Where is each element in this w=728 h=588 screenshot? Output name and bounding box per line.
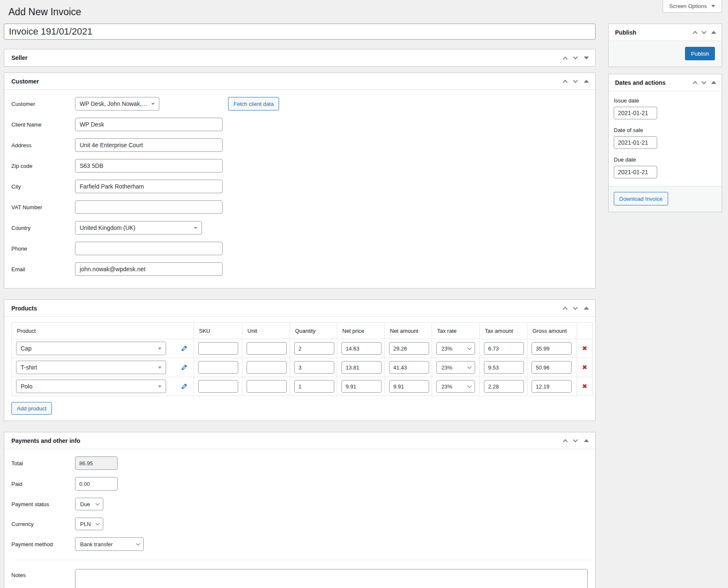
publish-panel-body: Publish (609, 41, 722, 67)
chevron-down-icon (573, 54, 578, 59)
add-product-button[interactable]: Add product (11, 402, 52, 415)
download-invoice-button[interactable]: Download Invoice (614, 192, 668, 205)
unit-field[interactable] (247, 342, 287, 355)
chevron-up-icon (693, 81, 697, 86)
due-date-field[interactable] (614, 166, 657, 178)
sku-field[interactable] (198, 380, 238, 393)
tax-rate-select[interactable]: 23% (436, 342, 475, 355)
publish-panel-header[interactable]: Publish (609, 24, 722, 41)
chevron-down-icon (573, 78, 578, 83)
toggle-panel-button[interactable] (584, 80, 589, 83)
toggle-panel-button[interactable] (711, 81, 716, 84)
net-amount-field[interactable] (389, 380, 429, 393)
tax-amount-field[interactable] (484, 342, 524, 355)
net-amount-field[interactable] (389, 361, 429, 374)
city-field[interactable] (75, 180, 223, 193)
product-row: Polo (12, 377, 593, 396)
edit-pencil-icon[interactable] (180, 345, 188, 352)
paid-field[interactable] (75, 477, 118, 491)
invoice-title-input[interactable] (4, 24, 596, 40)
client-name-field[interactable] (75, 118, 223, 131)
customer-select[interactable]: WP Desk, John Nowak, J... (75, 97, 159, 111)
publish-button[interactable]: Publish (685, 47, 715, 60)
vat-number-field[interactable] (75, 200, 223, 214)
address-field[interactable] (75, 138, 223, 152)
fetch-client-data-button[interactable]: Fetch client data (228, 97, 279, 111)
move-down-button[interactable] (702, 80, 706, 85)
move-down-button[interactable] (702, 30, 706, 35)
triangle-up-icon (711, 81, 716, 84)
gross-amount-field[interactable] (532, 361, 572, 374)
move-up-button[interactable] (564, 55, 567, 61)
sku-field[interactable] (198, 361, 238, 374)
move-up-button[interactable] (693, 30, 697, 35)
chevron-up-icon (693, 31, 697, 35)
tax-rate-select[interactable]: 23% (436, 361, 475, 374)
net-price-field[interactable] (341, 361, 381, 374)
tax-amount-field[interactable] (484, 361, 524, 374)
date-of-sale-field[interactable] (614, 136, 657, 149)
move-up-button[interactable] (693, 80, 697, 85)
quantity-field[interactable] (294, 380, 334, 393)
chevron-down-icon (151, 103, 155, 105)
chevron-down-icon (194, 227, 197, 229)
seller-panel-header[interactable]: Seller (4, 49, 595, 66)
product-select[interactable]: Cap (16, 342, 166, 355)
move-down-button[interactable] (574, 55, 577, 60)
delete-row-button[interactable]: ✖ (582, 345, 588, 352)
unit-field[interactable] (247, 361, 287, 374)
product-select[interactable]: T-shirt (16, 361, 166, 374)
payment-method-select[interactable]: Bank transfer (75, 537, 144, 551)
sku-field[interactable] (198, 342, 238, 355)
unit-field[interactable] (247, 380, 287, 393)
quantity-field[interactable] (294, 361, 334, 374)
move-down-button[interactable] (574, 306, 577, 311)
toggle-panel-button[interactable] (584, 439, 589, 442)
payments-panel-title: Payments and other info (11, 437, 80, 444)
tax-rate-value: 23% (441, 364, 452, 371)
email-field[interactable] (75, 262, 223, 276)
customer-panel-header[interactable]: Customer (4, 73, 595, 90)
column-header-tax-amount: Tax amount (480, 323, 527, 339)
chevron-down-icon (158, 367, 161, 369)
screen-options-button[interactable]: Screen Options (663, 0, 722, 13)
payments-panel-header[interactable]: Payments and other info (4, 432, 595, 449)
move-up-button[interactable] (564, 438, 567, 443)
issue-date-field[interactable] (614, 107, 657, 119)
product-select-value: T-shirt (21, 364, 37, 371)
tax-rate-select[interactable]: 23% (436, 380, 475, 393)
chevron-up-icon (563, 80, 567, 84)
move-down-button[interactable] (574, 79, 577, 84)
move-up-button[interactable] (564, 78, 567, 84)
payment-status-select[interactable]: Due (75, 498, 103, 510)
payment-status-label: Payment status (11, 501, 75, 507)
toggle-panel-button[interactable] (584, 307, 589, 310)
delete-row-button[interactable]: ✖ (582, 383, 588, 390)
edit-pencil-icon[interactable] (180, 383, 188, 390)
move-up-button[interactable] (564, 305, 567, 311)
quantity-field[interactable] (294, 342, 334, 355)
product-select[interactable]: Polo (16, 380, 166, 393)
edit-pencil-icon[interactable] (180, 364, 188, 371)
zip-code-field[interactable] (75, 159, 223, 173)
toggle-panel-button[interactable] (584, 57, 589, 59)
currency-select[interactable]: PLN (75, 518, 103, 530)
toggle-panel-button[interactable] (711, 31, 716, 34)
tax-amount-field[interactable] (484, 380, 524, 393)
gross-amount-field[interactable] (532, 342, 572, 355)
delete-row-button[interactable]: ✖ (582, 364, 588, 371)
net-price-field[interactable] (341, 342, 381, 355)
country-select[interactable]: United Kingdom (UK) (75, 221, 202, 235)
dates-panel-header[interactable]: Dates and actions (609, 74, 722, 91)
move-down-button[interactable] (574, 438, 577, 443)
notes-textarea[interactable] (75, 569, 588, 588)
products-panel-header[interactable]: Products (4, 300, 595, 317)
column-header-net-amount: Net amount (385, 323, 432, 339)
phone-label: Phone (11, 245, 75, 252)
phone-field[interactable] (75, 242, 223, 255)
net-price-field[interactable] (341, 380, 381, 393)
net-amount-field[interactable] (389, 342, 429, 355)
gross-amount-field[interactable] (532, 380, 572, 393)
product-select-value: Polo (21, 383, 32, 390)
zip-code-label: Zip code (11, 163, 75, 169)
